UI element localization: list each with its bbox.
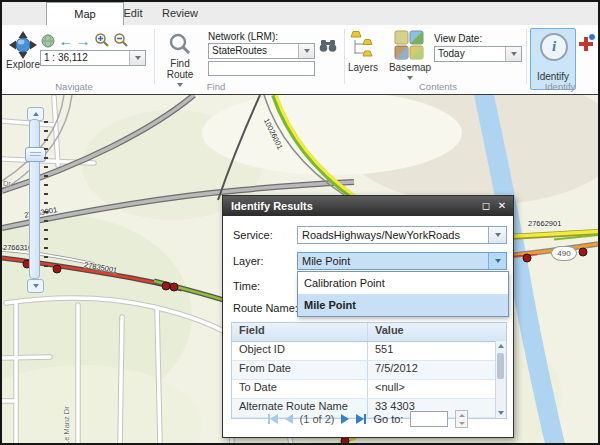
next-extent-button[interactable]: → <box>75 31 91 49</box>
chevron-down-icon <box>177 83 183 87</box>
group-label-find: Find <box>207 81 225 92</box>
scale-dropdown-arrow[interactable] <box>129 51 145 65</box>
maximize-icon: ◻ <box>482 200 490 211</box>
zoom-in-button[interactable] <box>93 31 111 49</box>
tab-edit[interactable]: Edit <box>107 2 159 24</box>
find-route-dropdown[interactable] <box>173 81 187 89</box>
binoculars-icon <box>319 38 337 54</box>
last-page-button[interactable] <box>356 414 366 424</box>
layer-value: Mile Point <box>298 253 488 269</box>
table-row[interactable]: To Date <null> <box>232 380 506 399</box>
network-combobox[interactable]: StateRoutes <box>208 43 315 59</box>
last-bar-icon <box>364 414 366 424</box>
table-scrollbar[interactable] <box>495 341 506 418</box>
zoom-slider-handle[interactable] <box>25 147 46 162</box>
close-button[interactable]: ✕ <box>495 199 509 213</box>
table-pager: (1 of 2) Go to: <box>231 408 505 430</box>
view-date-dropdown-arrow[interactable] <box>505 47 521 61</box>
zoom-out-button[interactable] <box>112 31 130 49</box>
layer-dropdown-arrow[interactable] <box>488 253 506 269</box>
group-label-navigate: Navigate <box>55 81 93 92</box>
find-route-magnifier-icon <box>168 32 192 56</box>
dialog-title-bar[interactable]: Identify Results <box>223 196 513 216</box>
service-label: Service: <box>233 229 273 241</box>
ribbon-toolbar: Explore ← → 1 : 36 <box>2 25 598 95</box>
identify-results-dialog: Identify Results ◻ ✕ Service: RoadsHighw… <box>222 195 514 438</box>
table-row[interactable]: From Date 7/5/2012 <box>232 361 506 380</box>
find-route-label-1: Find <box>170 58 189 69</box>
street-label-le-manz-dr: Le Manz Dr <box>62 406 71 444</box>
last-triangle-icon <box>356 414 364 424</box>
next-triangle-icon <box>341 414 349 424</box>
basemap-button[interactable] <box>393 30 425 60</box>
view-date-combobox[interactable]: Today <box>434 46 522 62</box>
search-routes-button[interactable] <box>318 37 338 55</box>
basemap-dropdown[interactable] <box>403 74 417 82</box>
route-name-label: Route Name: <box>233 302 298 314</box>
cell-value: <null> <box>368 380 506 398</box>
network-value: StateRoutes <box>209 44 298 58</box>
cell-value: 551 <box>368 342 506 360</box>
map-canvas[interactable]: 27663001 27663101 27835001 10026001 2766… <box>2 94 598 444</box>
route-input-box[interactable] <box>208 61 315 76</box>
group-label-identify: Identify <box>545 81 576 92</box>
network-dropdown-arrow[interactable] <box>298 44 314 58</box>
goto-page-input[interactable] <box>410 411 448 427</box>
scroll-up-icon[interactable] <box>498 344 504 348</box>
us-route-490-shield: 490 <box>551 246 577 261</box>
table-header-row: Field Value <box>232 323 506 342</box>
first-triangle-icon <box>270 414 278 424</box>
goto-spinner[interactable] <box>455 410 468 428</box>
layers-button[interactable] <box>350 30 376 60</box>
full-extent-globe-button[interactable] <box>40 33 56 49</box>
arrow-right-icon: → <box>76 32 91 49</box>
arrow-left-icon: ← <box>59 32 74 49</box>
street-label-dr: Dr <box>3 179 11 188</box>
dropdown-option-mile-point[interactable]: Mile Point <box>298 294 508 316</box>
event-editor-window: Map Edit Review Explore ← → <box>0 0 600 445</box>
goto-label: Go to: <box>373 413 403 425</box>
view-date-label: View Date: <box>434 33 482 44</box>
find-route-button[interactable] <box>167 31 193 57</box>
network-lrm-label: Network (LRM): <box>208 31 278 42</box>
previous-page-button[interactable] <box>285 414 293 424</box>
ribbon-tab-bar: Map Edit Review <box>2 2 598 26</box>
identify-route-location-button[interactable] <box>576 33 596 53</box>
chevron-down-icon <box>304 49 310 53</box>
globe-icon <box>41 34 55 48</box>
first-page-button[interactable] <box>268 414 278 424</box>
scrollbar-thumb[interactable] <box>497 353 504 379</box>
chevron-down-icon <box>495 259 501 263</box>
table-header-field: Field <box>232 323 368 341</box>
maximize-button[interactable]: ◻ <box>479 199 493 213</box>
group-label-contents: Contents <box>419 81 457 92</box>
page-indicator: (1 of 2) <box>300 413 335 425</box>
route-input-value <box>209 62 314 75</box>
dialog-title: Identify Results <box>231 200 313 212</box>
tab-review[interactable]: Review <box>154 2 206 24</box>
attribute-table: Field Value Object ID 551 From Date 7/5/… <box>231 322 507 419</box>
zoom-slider-rail[interactable] <box>29 119 40 279</box>
prev-triangle-icon <box>285 414 293 424</box>
route-label-27662901: 27662901 <box>528 219 561 228</box>
group-separator <box>526 29 527 84</box>
dropdown-option-calibration-point[interactable]: Calibration Point <box>298 272 508 294</box>
scale-value: 1 : 36,112 <box>41 51 129 65</box>
explore-button[interactable] <box>7 30 39 60</box>
close-icon: ✕ <box>498 200 506 211</box>
chevron-down-icon <box>511 52 517 56</box>
cell-field: From Date <box>232 361 368 379</box>
find-route-label-2: Route <box>167 69 194 80</box>
zoom-in-icon <box>94 32 110 48</box>
layer-label: Layer: <box>233 255 264 267</box>
layer-combobox[interactable]: Mile Point <box>297 252 507 270</box>
scale-combobox[interactable]: 1 : 36,112 <box>40 50 146 66</box>
time-label: Time: <box>233 280 260 292</box>
previous-extent-button[interactable]: ← <box>58 31 74 49</box>
table-row[interactable]: Object ID 551 <box>232 342 506 361</box>
slider-zoom-out-button[interactable] <box>27 279 44 293</box>
service-combobox[interactable]: RoadsHighways/NewYorkRoads <box>297 226 507 244</box>
view-date-value: Today <box>435 47 505 61</box>
next-page-button[interactable] <box>341 414 349 424</box>
service-dropdown-arrow[interactable] <box>488 227 506 243</box>
